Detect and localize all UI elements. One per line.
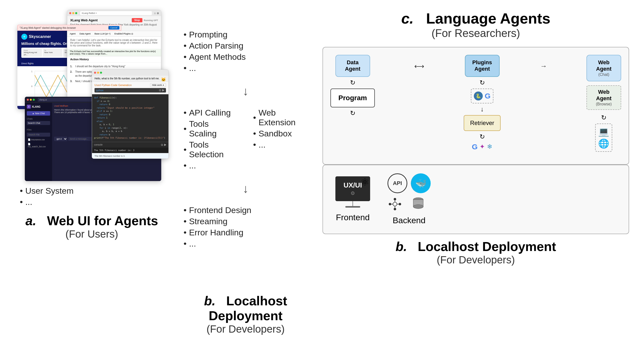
chat-close-dot: [27, 99, 29, 101]
web-extension-item: Web Extension: [253, 108, 308, 127]
to-field[interactable]: To New York: [43, 48, 62, 57]
web-agent-chat-title: Web: [592, 59, 616, 66]
api-calling-item: API Calling: [184, 108, 238, 118]
prompting-ellipsis: ...: [184, 63, 308, 73]
echarts-result: The Echarts tool has successfully create…: [67, 49, 161, 56]
user-system-list: User System ...: [20, 186, 74, 208]
frontend-design-item: Frontend Design: [184, 205, 308, 215]
section-a-title-area: a. Web UI for Agents (For Users): [26, 213, 158, 240]
console-output: The 5th Fibonacci number is: 3: [92, 148, 168, 153]
python-icon: 🐍: [474, 92, 483, 100]
lang-agents-diagram: Data Agent ↻ Program ↻ ⟷ Plugins: [322, 47, 629, 165]
hide-work-button[interactable]: Hide work ∧: [150, 83, 166, 87]
xlang-browser-bar: XLang ReBot × ☆ ⚙: [67, 10, 161, 16]
web-agent-icons: ↻ 💻 🌐: [586, 114, 621, 152]
middle-section: Prompting Action Parsing Agent Methods .…: [184, 10, 308, 335]
refresh-icon-3: ↻: [480, 79, 485, 86]
section-a-label-title: a. Web UI for Agents: [26, 213, 158, 228]
to-label: To: [44, 50, 61, 51]
output2-text: The 5th Fibonacci number is 3.: [94, 155, 125, 157]
data-agent-title2: Agent: [341, 66, 365, 72]
user-avatar: 🐱: [161, 77, 166, 82]
web-agent-browse-title2: Agent: [591, 95, 617, 102]
chat-minimize-dot: [30, 99, 32, 101]
from-field[interactable]: From Hong Kong Intl (H...: [22, 48, 42, 57]
api-icon: API: [388, 173, 407, 193]
data-agent-box: Data Agent: [336, 55, 370, 77]
section-b-title: Localhost Deployment: [209, 294, 287, 323]
gpt-selector[interactable]: gpt-4: [54, 137, 67, 141]
svg-text:1: 1: [31, 70, 32, 73]
search-chat-item[interactable]: Search Chat: [27, 121, 50, 125]
section-c-header: c. Language Agents (For Researchers): [322, 10, 629, 40]
web-agent-chat-sub: (Chat): [592, 72, 616, 77]
agent-tab[interactable]: Agent: [70, 32, 76, 35]
plugins-agent-title2: Agent: [470, 66, 494, 72]
cancel-button[interactable]: Cancel: [108, 26, 119, 30]
enabled-plugins-tab[interactable]: Enabled Plugins ◎: [114, 32, 133, 35]
section-b-subtitle: (For Developers): [184, 323, 308, 335]
frontend-bullets: Frontend Design Streaming Error Handling…: [184, 205, 308, 250]
logo-text: Skyscanner: [29, 34, 51, 39]
section-b-right-title: b. Localhost Deployment (For Developers): [322, 239, 629, 266]
chat-maximize-dot: [33, 99, 35, 101]
arrow-down-retriever: ↓: [480, 106, 484, 113]
agent-bar-text: "XLang Web Agent" started debugging this…: [20, 26, 76, 29]
tool-icons-row1: 🐍 G: [474, 92, 490, 100]
browser-mockup-container: "XLang Web Agent" started debugging this…: [17, 10, 166, 178]
backend-box: API 🐳: [388, 173, 431, 225]
web-agent-browse-sub: (Browse): [591, 102, 617, 106]
section-b-right-label-title: b. Localhost Deployment: [322, 239, 629, 254]
plugins-agent-box: Plugins Agent: [465, 55, 500, 77]
monitor-icon: UX/UI ⚛ ⚙: [333, 176, 372, 208]
refresh-icon-4: ↻: [480, 133, 485, 141]
frontend-label: Frontend: [336, 212, 370, 222]
refresh-icon-1: ↻: [350, 79, 356, 86]
sidebar-spacer: [27, 126, 50, 128]
web-extension-list: Web Extension Sandbox ...: [253, 108, 308, 172]
main-container: "XLang Web Agent" started debugging this…: [0, 0, 644, 345]
database-svg: [413, 197, 424, 211]
logo-icon: ✈: [21, 34, 27, 40]
svg-point-17: [389, 203, 391, 205]
svg-text:0: 0: [31, 85, 32, 88]
section-b-right-subtitle: (For Developers): [322, 254, 629, 266]
web-agents-col: Web Agent (Chat) Web Agent (Browse) ↻: [586, 55, 621, 152]
globe-icon: 🌐: [598, 138, 609, 149]
base-llm-tab[interactable]: Base LLM (pt +): [94, 32, 110, 35]
monitor-screen: UX/UI ⚛ ⚙: [336, 176, 370, 201]
data-agent-tab[interactable]: Data Agent: [80, 32, 91, 35]
action-parsing-item: Action Parsing: [184, 41, 308, 50]
action-text-1: I should set the departure city to "Hong…: [75, 64, 125, 68]
google-icon: G: [485, 92, 490, 100]
tools-dashed-box: 🐍 G: [471, 88, 494, 104]
user-message: Hello, what is the 5th fib number, use p…: [92, 76, 168, 82]
backend-icons-grid: API 🐳: [388, 173, 431, 212]
python-lang-bar: python ⧉ ▶: [94, 88, 166, 92]
agent-debug-bar: "XLang Web Agent" started debugging this…: [17, 25, 122, 31]
web-ellipsis: ...: [253, 140, 308, 150]
section-a-title: Web UI for Agents: [47, 214, 158, 228]
svg-point-16: [394, 208, 396, 210]
xlang-title-row: XLang Web Agent Stop Running GPT: [70, 18, 158, 22]
from-label: From: [24, 50, 40, 51]
console-actions[interactable]: ⧉ ▶: [161, 143, 166, 146]
python-lang-label: python: [96, 89, 104, 92]
monitor-stand: [352, 201, 353, 206]
stop-button[interactable]: Stop: [132, 18, 142, 22]
console-output-text: The 5th Fibonacci number is: 3: [94, 149, 134, 152]
python-code-block: def fibonacci(n): if n == 0: return 0 re…: [92, 94, 168, 142]
error-handling-item: Error Handling: [184, 228, 308, 237]
xlang-close-dot: [69, 12, 71, 14]
from-value: Hong Kong Intl (H...: [24, 51, 40, 56]
web-agent-browse-title: Web: [591, 89, 617, 95]
xlang-tab-icons: ☆ ⚙: [154, 12, 159, 15]
copy-icon[interactable]: ⧉ ▶: [159, 88, 164, 92]
frontend-ellipsis: ...: [184, 239, 308, 248]
section-b-right-label: b.: [396, 239, 407, 254]
running-gpt-label: Running GPT: [144, 19, 158, 22]
new-chat-button[interactable]: ▲ New Chat: [27, 111, 50, 116]
down-arrow-1: ↓: [184, 84, 308, 98]
prompting-bullets: Prompting Action Parsing Agent Methods .…: [184, 30, 308, 74]
file-search-input[interactable]: [27, 133, 50, 137]
